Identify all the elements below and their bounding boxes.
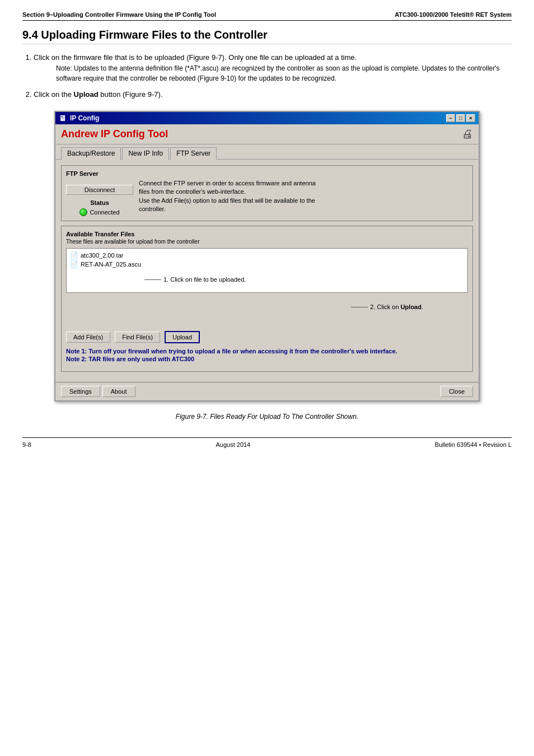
titlebar-left: 🖥 IP Config <box>59 114 99 123</box>
bottom-buttons-area: Add File(s) Find File(s) Upload <box>66 331 468 343</box>
page-header: Section 9–Uploading Controller Firmware … <box>22 11 512 21</box>
tab-ftp-server[interactable]: FTP Server <box>170 147 217 160</box>
tabs-bar: Backup/Restore New IP Info FTP Server <box>55 144 479 160</box>
restore-button[interactable]: □ <box>456 114 465 122</box>
status-text: Connected <box>90 209 119 216</box>
dialog-titlebar: 🖥 IP Config − □ × <box>55 112 479 124</box>
upload-button[interactable]: Upload <box>165 331 200 343</box>
list-item-1: Click on the firmware file that is to be… <box>34 52 512 83</box>
ftp-server-box: FTP Server Disconnect Status Connected C… <box>61 165 473 221</box>
dialog-content: FTP Server Disconnect Status Connected C… <box>55 160 479 382</box>
footer-left-buttons: Settings About <box>61 386 135 397</box>
dialog-note-2: Note 2: TAR files are only used with ATC… <box>66 356 468 362</box>
ftp-desc-line2: files from the controller's web-interfac… <box>139 188 468 196</box>
close-button[interactable]: × <box>466 114 475 122</box>
footer-bulletin: Bulletin 639544 • Revision L <box>435 441 512 448</box>
find-files-button[interactable]: Find File(s) <box>115 332 160 343</box>
main-list: Click on the firmware file that is to be… <box>34 52 512 100</box>
page-footer: 9-8 August 2014 Bulletin 639544 • Revisi… <box>22 437 512 448</box>
app-title: Andrew IP Config Tool <box>61 128 168 140</box>
dialog-title: IP Config <box>70 114 99 122</box>
add-files-button[interactable]: Add File(s) <box>66 332 110 343</box>
file-icon-1: 📄 <box>70 251 78 259</box>
file-item-2[interactable]: 📄 RET-AN-AT_025.ascu <box>69 260 465 269</box>
ftp-desc-line3: Use the Add File(s) option to add files … <box>139 197 468 205</box>
dialog-container: 🖥 IP Config − □ × Andrew IP Config Tool … <box>54 111 480 402</box>
callout-2-line <box>351 307 368 307</box>
transfer-files-box: Available Transfer Files These files are… <box>61 226 473 372</box>
callout-1: 1. Click on file to be uploaded. <box>144 276 246 283</box>
file-item-1[interactable]: 📄 atc300_2.00.tar <box>69 251 465 260</box>
footer-date: August 2014 <box>216 441 250 448</box>
tab-backup-restore[interactable]: Backup/Restore <box>61 147 121 160</box>
ftp-desc-line1: Connect the FTP server in order to acces… <box>139 179 468 188</box>
callout-2: 2. Click on Upload. <box>351 304 423 310</box>
callout-2-text: 2. Click on Upload. <box>370 304 423 310</box>
settings-button[interactable]: Settings <box>61 386 100 397</box>
file-list-area: 📄 atc300_2.00.tar 📄 RET-AN-AT_025.ascu <box>66 248 468 293</box>
header-right: ATC300-1000/2000 Teletilt® RET System <box>395 11 512 18</box>
callout-1-text: 1. Click on file to be uploaded. <box>163 276 246 283</box>
footer-page-number: 9-8 <box>22 441 31 448</box>
ftp-left-panel: FTP Server Disconnect Status Connected <box>66 170 133 216</box>
file-list-wrapper: 📄 atc300_2.00.tar 📄 RET-AN-AT_025.ascu 1… <box>66 248 468 293</box>
minimize-button[interactable]: − <box>446 114 455 122</box>
app-logo-icon: 🖨 <box>462 128 473 141</box>
callout-1-line <box>144 279 161 280</box>
app-icon: 🖥 <box>59 114 67 123</box>
note-text-1: Note: Updates to the antenna definition … <box>56 63 512 83</box>
file-name-2: RET-AN-AT_025.ascu <box>81 261 141 268</box>
file-name-1: atc300_2.00.tar <box>81 252 123 259</box>
ftp-description: Connect the FTP server in order to acces… <box>139 170 468 214</box>
section-title: 9.4 Uploading Firmware Files to the Cont… <box>22 29 512 44</box>
transfer-files-label: Available Transfer Files <box>66 231 468 237</box>
list-item-2: Click on the Upload button (Figure 9-7). <box>34 89 512 100</box>
about-button[interactable]: About <box>102 386 135 397</box>
dialog-close-button[interactable]: Close <box>441 386 473 397</box>
status-value: Connected <box>79 208 119 216</box>
callout-2-area: 2. Click on Upload. <box>66 295 468 329</box>
transfer-files-sublabel: These files are available for upload fro… <box>66 239 468 245</box>
dialog-note-1: Note 1: Turn off your firewall when tryi… <box>66 348 468 354</box>
dialog-footer: Settings About Close <box>55 382 479 400</box>
header-left: Section 9–Uploading Controller Firmware … <box>22 11 216 18</box>
figure-caption: Figure 9-7. Files Ready For Upload To Th… <box>22 413 512 421</box>
titlebar-controls[interactable]: − □ × <box>446 114 475 122</box>
ftp-status-area: Status Connected <box>66 199 133 216</box>
file-icon-2: 📄 <box>70 260 78 268</box>
tab-new-ip-info[interactable]: New IP Info <box>122 147 169 160</box>
status-label: Status <box>90 199 109 206</box>
disconnect-button[interactable]: Disconnect <box>66 185 133 195</box>
ftp-desc-line4: controller. <box>139 205 468 213</box>
ftp-server-label: FTP Server <box>66 170 133 177</box>
app-title-bar: Andrew IP Config Tool 🖨 <box>55 124 479 144</box>
dialog-notes: Note 1: Turn off your firewall when tryi… <box>66 348 468 362</box>
status-dot-icon <box>79 208 87 216</box>
